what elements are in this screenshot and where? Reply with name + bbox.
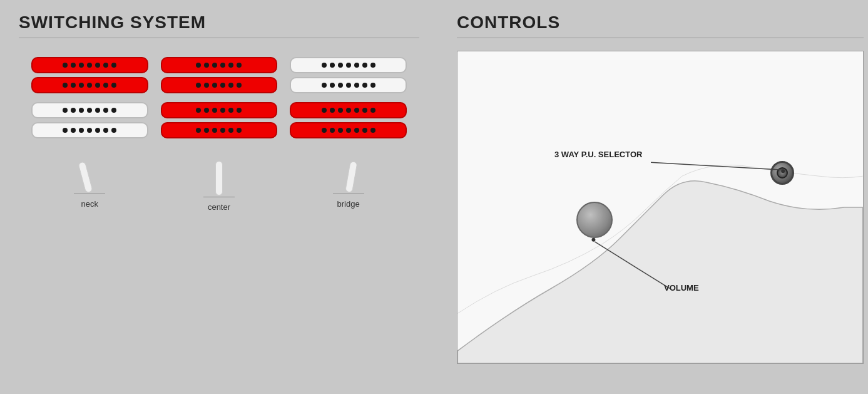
toggle-stick-neck bbox=[78, 161, 94, 193]
controls-diagram: 3 WAY P.U. SELECTOR VOLUME bbox=[457, 51, 864, 364]
volume-label: VOLUME bbox=[664, 282, 699, 293]
pickup-coil-bridge-top-r2 bbox=[290, 102, 407, 118]
pickup-coil-neck-bot-r2 bbox=[31, 122, 148, 138]
switching-system-panel: SWITCHING SYSTEM bbox=[0, 0, 438, 394]
controls-title: CONTROLS bbox=[457, 13, 864, 33]
pickup-neck-row2 bbox=[31, 102, 148, 138]
pickup-bridge-row1 bbox=[290, 57, 407, 93]
selector-inner bbox=[777, 167, 788, 179]
pickup-coil-neck-top-r2 bbox=[31, 102, 148, 118]
divider-left bbox=[19, 38, 419, 38]
switch-label-center: center bbox=[208, 202, 230, 212]
selector-switch bbox=[770, 161, 794, 185]
pickup-neck-row1 bbox=[31, 57, 148, 93]
volume-knob bbox=[576, 202, 613, 238]
selector-label: 3 WAY P.U. SELECTOR bbox=[554, 148, 642, 160]
switch-neck: neck bbox=[74, 161, 105, 212]
switch-bridge: bridge bbox=[333, 161, 364, 212]
switch-label-neck: neck bbox=[81, 199, 98, 209]
toggle-stick-center bbox=[215, 161, 223, 195]
pickup-coil-center-bot-r1 bbox=[161, 77, 278, 93]
toggle-line-bridge bbox=[333, 194, 364, 194]
switch-center: center bbox=[203, 161, 235, 212]
switch-label-bridge: bridge bbox=[337, 199, 360, 209]
divider-right bbox=[457, 38, 864, 38]
pickups-grid bbox=[19, 51, 419, 145]
pickup-coil-center-top-r1 bbox=[161, 57, 278, 73]
switches-row: neck center bridge bbox=[19, 151, 419, 214]
controls-panel: CONTROLS 3 WAY P.U. SELECTOR bbox=[438, 0, 868, 394]
switch-toggle-neck bbox=[74, 161, 105, 194]
pickup-coil-neck-top-r1 bbox=[31, 57, 148, 73]
pickup-coil-neck-bot-r1 bbox=[31, 77, 148, 93]
toggle-line-neck bbox=[74, 194, 105, 194]
pickup-bridge-row2 bbox=[290, 102, 407, 138]
pickup-coil-center-bot-r2 bbox=[161, 122, 278, 138]
pickup-coil-center-top-r2 bbox=[161, 102, 278, 118]
toggle-line-center bbox=[203, 197, 235, 197]
switch-toggle-bridge bbox=[333, 161, 364, 194]
pickup-coil-bridge-bot-r2 bbox=[290, 122, 407, 138]
switching-system-title: SWITCHING SYSTEM bbox=[19, 13, 419, 33]
pickup-center-row2 bbox=[161, 102, 278, 138]
pickup-coil-bridge-bot-r1 bbox=[290, 77, 407, 93]
guitar-body-svg bbox=[457, 51, 863, 363]
pickup-coil-bridge-top-r1 bbox=[290, 57, 407, 73]
toggle-stick-bridge bbox=[345, 161, 358, 193]
pickup-center-row1 bbox=[161, 57, 278, 93]
switch-toggle-center bbox=[203, 161, 235, 197]
